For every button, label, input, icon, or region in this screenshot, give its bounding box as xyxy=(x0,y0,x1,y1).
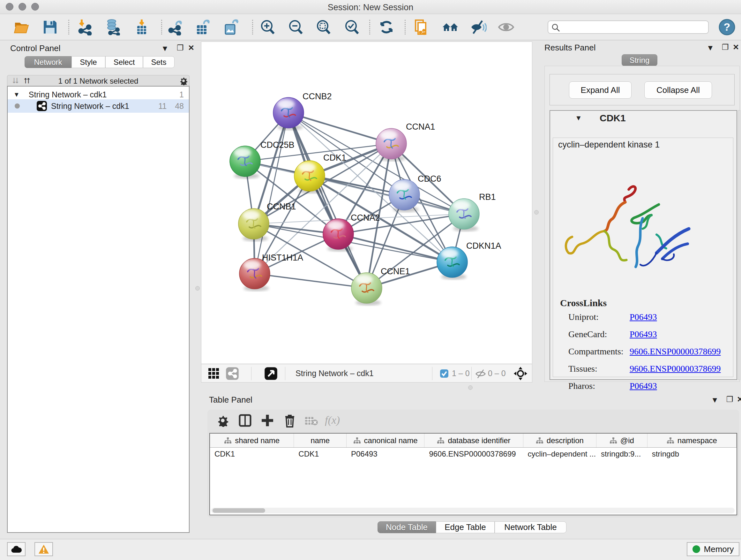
panel-close-icon[interactable]: ✕ xyxy=(733,43,739,52)
copy-network-icon[interactable] xyxy=(414,19,430,36)
tab-edge-table[interactable]: Edge Table xyxy=(436,521,495,533)
panel-float-icon[interactable]: ▼ xyxy=(161,44,169,53)
memory-button[interactable]: Memory xyxy=(687,542,739,556)
table-hscrollbar-thumb[interactable] xyxy=(212,508,265,513)
apply-layout-icon[interactable] xyxy=(378,19,395,36)
collection-expand-icon[interactable]: ▼ xyxy=(13,91,20,98)
tab-node-table[interactable]: Node Table xyxy=(378,521,436,533)
tab-network[interactable]: Network xyxy=(24,56,71,68)
table-cell[interactable]: P06493 xyxy=(347,448,424,460)
left-splitter-handle[interactable] xyxy=(195,286,200,291)
save-session-icon[interactable] xyxy=(42,19,58,36)
export-image-icon[interactable] xyxy=(223,19,239,36)
gear-icon[interactable] xyxy=(179,76,188,85)
network-node-RB1[interactable]: RB1 xyxy=(449,192,496,232)
network-badge-gray-icon[interactable] xyxy=(226,367,239,380)
table-cell[interactable]: CDK1 xyxy=(210,448,294,460)
node-table[interactable]: shared namenamecanonical namedatabase id… xyxy=(209,433,737,515)
node-label: CCNA2 xyxy=(351,213,380,223)
zoom-selected-icon[interactable] xyxy=(343,19,360,36)
import-network-database-icon[interactable] xyxy=(105,19,121,36)
show-all-icon[interactable] xyxy=(498,19,515,36)
column-header--id[interactable]: @id xyxy=(596,434,648,447)
panel-close-icon[interactable]: ✕ xyxy=(737,395,741,404)
crosslink-value-link[interactable]: 9606.ENSP00000378699 xyxy=(630,347,721,357)
panel-maximize-icon[interactable]: ❐ xyxy=(722,43,729,52)
crosslink-row: GeneCard:P06493 xyxy=(568,329,728,339)
column-header-database-identifier[interactable]: database identifier xyxy=(424,434,523,447)
network-node-CDKN1A[interactable]: CDKN1A xyxy=(437,241,501,280)
import-table-icon[interactable] xyxy=(133,19,150,36)
zoom-out-icon[interactable] xyxy=(287,19,304,36)
expand-all-button[interactable]: Expand All xyxy=(569,81,631,99)
node-label: CCNB1 xyxy=(267,202,296,211)
selected-checkbox-icon[interactable] xyxy=(440,369,449,378)
network-edge[interactable] xyxy=(255,113,288,273)
network-canvas[interactable]: CCNB2 CCNA1 CDC25B CDK1 CDC6 xyxy=(201,42,532,364)
network-label: String Network – cdk1 xyxy=(51,102,129,111)
open-session-icon[interactable] xyxy=(13,19,30,36)
table-row[interactable]: CDK1CDK1P064939606.ENSP00000378699cyclin… xyxy=(210,448,737,460)
import-network-file-icon[interactable] xyxy=(77,19,94,36)
table-hscrollbar[interactable] xyxy=(211,508,735,513)
search-box[interactable] xyxy=(548,20,709,34)
crosslink-value-link[interactable]: P06493 xyxy=(630,329,657,339)
network-row[interactable]: String Network – cdk1 11 48 xyxy=(8,99,189,113)
column-header-name[interactable]: name xyxy=(294,434,347,447)
grid-view-icon[interactable] xyxy=(208,368,220,380)
table-cell[interactable]: stringdb xyxy=(648,448,737,460)
panel-maximize-icon[interactable]: ❐ xyxy=(726,395,733,404)
crosslink-value-link[interactable]: P06493 xyxy=(630,381,657,391)
panel-maximize-icon[interactable]: ❐ xyxy=(177,44,184,52)
network-node-HIST1H1A[interactable]: HIST1H1A xyxy=(239,253,303,291)
search-input[interactable] xyxy=(563,22,703,33)
panel-float-icon[interactable]: ▼ xyxy=(711,395,719,405)
network-edge[interactable] xyxy=(255,273,367,288)
zoom-fit-icon[interactable] xyxy=(315,19,332,36)
bottom-splitter-handle[interactable] xyxy=(468,385,473,390)
crosslink-value-link[interactable]: P06493 xyxy=(630,312,657,322)
cloud-button[interactable] xyxy=(7,542,25,556)
tab-network-table[interactable]: Network Table xyxy=(495,521,566,533)
network-node-CCNB1[interactable]: CCNB1 xyxy=(239,202,296,241)
column-header-description[interactable]: description xyxy=(523,434,596,447)
tab-select[interactable]: Select xyxy=(105,56,143,68)
hide-selected-icon[interactable] xyxy=(470,19,487,36)
right-splitter-handle[interactable] xyxy=(534,210,539,214)
delete-column-icon[interactable] xyxy=(283,414,296,428)
table-cell[interactable]: stringdb:9... xyxy=(596,448,648,460)
tab-style[interactable]: Style xyxy=(71,56,105,68)
add-column-icon[interactable] xyxy=(261,414,274,427)
network-graph[interactable]: CCNB2 CCNA1 CDC25B CDK1 CDC6 xyxy=(201,42,533,364)
show-columns-icon[interactable] xyxy=(239,414,252,427)
table-cell[interactable]: 9606.ENSP00000378699 xyxy=(424,448,523,460)
crosslink-value-link[interactable]: 9606.ENSP00000378699 xyxy=(630,364,721,374)
panel-float-icon[interactable]: ▼ xyxy=(706,44,714,52)
table-settings-gear-icon[interactable] xyxy=(216,414,229,427)
network-node-CDK1[interactable]: CDK1 xyxy=(294,153,346,193)
tab-sets[interactable]: Sets xyxy=(143,56,175,68)
results-scrollbar[interactable] xyxy=(738,110,740,380)
table-cell[interactable]: cyclin–dependent ... xyxy=(523,448,596,460)
crosslink-row: Uniprot:P06493 xyxy=(568,312,728,322)
network-node-CCNB2[interactable]: CCNB2 xyxy=(273,91,332,130)
birdseye-view-icon[interactable] xyxy=(514,367,528,381)
panel-close-icon[interactable]: ✕ xyxy=(188,44,194,52)
collapse-all-button[interactable]: Collapse All xyxy=(644,81,712,99)
table-cell[interactable]: CDK1 xyxy=(294,448,347,460)
column-header-shared-name[interactable]: shared name xyxy=(210,434,294,447)
toolbar-separator xyxy=(68,20,69,35)
gene-expand-icon[interactable]: ▼ xyxy=(575,114,582,122)
network-edge[interactable] xyxy=(288,113,391,144)
tab-string[interactable]: String xyxy=(622,54,657,66)
first-neighbors-icon[interactable] xyxy=(442,19,459,36)
warnings-button[interactable] xyxy=(35,542,53,556)
zoom-in-icon[interactable] xyxy=(259,19,276,36)
help-icon[interactable]: ? xyxy=(719,19,735,36)
detach-view-icon[interactable] xyxy=(264,367,278,380)
export-network-icon[interactable] xyxy=(167,19,184,36)
column-header-canonical-name[interactable]: canonical name xyxy=(347,434,424,447)
network-node-CCNA1[interactable]: CCNA1 xyxy=(376,122,435,161)
column-header-namespace[interactable]: namespace xyxy=(648,434,737,447)
export-table-icon[interactable] xyxy=(194,19,211,36)
